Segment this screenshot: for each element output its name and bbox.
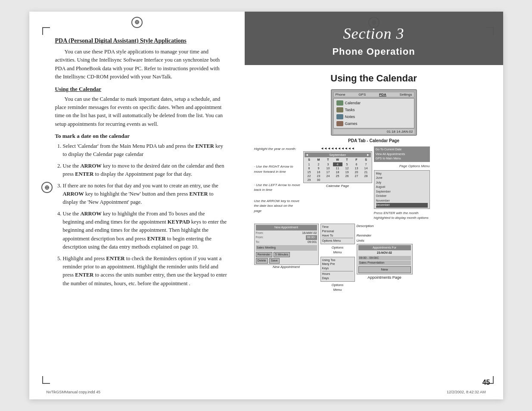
step-2: Use the ARROW key to move to the desired… (63, 162, 227, 179)
step5-keyword1: ENTER (106, 255, 125, 262)
menu-item-tasks: Tasks (336, 106, 411, 113)
month-list-box: May June July August September October N… (374, 170, 430, 209)
corner-mark-tr (486, 27, 494, 35)
highlight-note: Highlight the year or month: (254, 146, 302, 151)
pda-heading: PDA (Personal Digital Assistant) Style A… (55, 37, 227, 44)
mini-cal-header: ◄ September ► (305, 153, 371, 157)
cal-month-label: September (329, 153, 346, 157)
page-options-label: Page Options Menu (374, 164, 430, 168)
highlighted-date: 4 (333, 162, 342, 166)
using-calendar-subheading: Using the Calendar (55, 86, 227, 93)
calendar-icon (336, 100, 343, 106)
left-column: PDA (Personal Digital Assistant) Style A… (29, 12, 245, 399)
compass-circle-right: ⊕ (368, 17, 380, 28)
menu-item-calendar: Calendar (336, 100, 411, 106)
step3-keyword1: ARROW (63, 191, 84, 197)
save-btn[interactable]: Save (269, 258, 280, 264)
menu-item-notes: Notes (336, 113, 411, 120)
calendar-diagram: Highlight the year or month: Use the RIG… (254, 146, 494, 220)
selected-month: December (376, 203, 428, 208)
page-options-box: Go To Current Date View All Appointments… (374, 146, 430, 162)
page-number: 45 (482, 379, 490, 386)
day-s2: S (361, 158, 371, 162)
right-column: ⊕ Section 3 Phone Operation Using the Ca… (245, 12, 503, 399)
right-content: Using the Calendar Phone GPS PDA Setting… (245, 65, 503, 399)
new-appt-label: New Appointment (254, 265, 319, 269)
step4-keyword3: ENTER (147, 236, 166, 242)
pda-intro-text: You can use these PDA style applications… (55, 48, 227, 81)
step4-keyword1: ARROW (80, 211, 101, 217)
appt-for-date: 23-NOV-02 (358, 251, 411, 255)
pda-tab-label: PDA Tab - Calendar Page (254, 138, 494, 143)
step5-keyword2: ENTER (75, 272, 93, 278)
step-3: If there are no notes for that day and y… (63, 182, 227, 207)
menu-item-games: Games (336, 120, 411, 127)
using-calendar-title: Using the Calendar (254, 73, 494, 84)
day-w: W (333, 158, 342, 162)
day-f: F (352, 158, 361, 162)
right-arrow-note: Use the RIGHT Arrow to move forward in t… (254, 164, 302, 174)
left-arrow-note: Use the LEFT Arrow to move back in time (254, 183, 302, 193)
options-menu-box: Time Personal Have To Options Menu (320, 224, 355, 244)
reminder-btn[interactable]: Reminder (256, 252, 272, 258)
delete-btn[interactable]: Delete (256, 258, 268, 264)
mini-cal-grid: S M T W T F S (305, 158, 371, 182)
section-title: Phone Operation (253, 46, 495, 57)
appointment-diagram: New Appointment From: 18-MAY-02 From: 08… (254, 224, 494, 292)
prev-arrow: ◄ (305, 153, 309, 157)
appt-for-header: Appointments For (358, 245, 411, 251)
units-options-box: Using Too Many Pre Keys Hours Days (320, 257, 355, 282)
compass-right-icon: ⊕ (371, 19, 376, 26)
tasks-icon (336, 107, 343, 112)
calendar-page-label: Calendar Page (303, 184, 372, 188)
device-screenshot: Phone GPS PDA Settings Calendar Tasks (331, 89, 417, 136)
tab-phone: Phone (336, 93, 345, 97)
notes-icon (336, 114, 343, 119)
device-status-bar: 01:18 14-JAN-02 (333, 129, 414, 134)
step-5: Highlight and press ENTER to check the R… (63, 255, 227, 288)
appt-for-box: Appointments For 23-NOV-02 09:00 - 09:00… (357, 244, 413, 274)
bottom-info: NvTikGSMManual copy.indd 45 12/2/2002, 8… (29, 390, 503, 394)
compass-side-icon: ⊕ (44, 184, 50, 191)
calendar-body-text: You can use the Calendar to mark importa… (55, 95, 227, 129)
sales-meeting: Sales Meeting (256, 245, 317, 251)
day-t2: T (342, 158, 352, 162)
mark-date-heading: To mark a date on the calendar (55, 133, 227, 140)
calendar-center: ◄◄◄◄◄◄◄◄◄◄ ◄ September ► S M T (303, 146, 372, 220)
5min-btn[interactable]: 5 Minutes (274, 252, 290, 258)
appt-entry-2: Sales Presentation (358, 261, 411, 265)
new-button[interactable]: New (358, 266, 411, 273)
compass-circle-side: ⊕ (41, 182, 53, 193)
units-options-label: OptionsMenu (320, 283, 355, 292)
appt-entry-1: 09:00 - 09:00C (358, 256, 411, 261)
step-4: Use the ARROW key to highlight the From … (63, 210, 227, 252)
bottom-left-info: NvTikGSMManual copy.indd 45 (47, 390, 101, 394)
month-press-note: Press ENTER with the month highlighted t… (374, 211, 430, 220)
nav-arrows: ◄◄◄◄◄◄◄◄◄◄ (303, 146, 372, 150)
appt-right: DescriptionReminderUnits Appointments Fo… (357, 224, 413, 292)
steps-list: Select 'Calendar' from the Main Menu PDA… (55, 142, 227, 288)
device-top-bar: Phone GPS PDA Settings (333, 92, 414, 97)
step4-keyword2: KEYPAD (168, 219, 190, 225)
reminder-units-label: DescriptionReminderUnits (357, 224, 413, 243)
arrow-key-note: Use the ARROW key to move the date box a… (254, 199, 302, 213)
step2-keyword2: ENTER (75, 171, 93, 177)
appt-left: New Appointment From: 18-MAY-02 From: 08… (254, 224, 319, 292)
day-t1: T (324, 158, 333, 162)
device-menu: Calendar Tasks Notes Games (333, 98, 414, 128)
day-s1: S (305, 158, 314, 162)
appt-center: Time Personal Have To Options Menu Optio… (320, 224, 355, 292)
page: ⊕ PDA (Personal Digital Assistant) Style… (29, 12, 503, 399)
step2-keyword1: ARROW (80, 163, 101, 169)
new-appt-box: New Appointment From: 18-MAY-02 From: 08… (254, 224, 319, 265)
tab-settings: Settings (400, 93, 412, 97)
new-appt-header: New Appointment (256, 225, 317, 230)
bottom-right-info: 12/2/2002, 8:42:32 AM (447, 390, 486, 394)
options-label: OptionsMenu (320, 245, 355, 255)
next-arrow: ► (367, 153, 370, 157)
tab-gps: GPS (358, 93, 366, 97)
calendar-left-notes: Highlight the year or month: Use the RIG… (254, 146, 302, 220)
appt-page-label: Appointments Page (357, 275, 413, 280)
tab-pda: PDA (379, 93, 386, 97)
mini-calendar: ◄ September ► S M T W T F S (303, 151, 372, 183)
